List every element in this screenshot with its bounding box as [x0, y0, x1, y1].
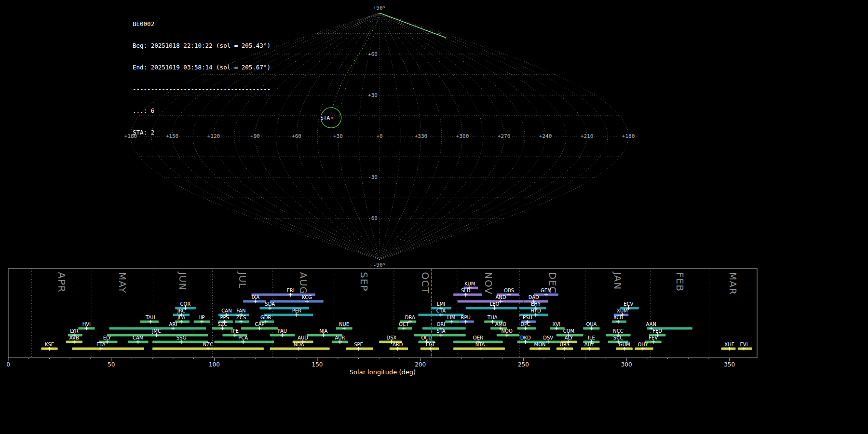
shower-peak-marker — [499, 299, 502, 303]
shower-label-URS: URS — [560, 342, 570, 347]
shower-peak-marker — [239, 320, 243, 324]
shower-peak-marker — [322, 333, 326, 337]
shower-peak-marker — [538, 347, 542, 351]
shower-label-JMC: JMC — [151, 328, 161, 334]
shower-label-PCA: PCA — [238, 335, 248, 340]
shower-peak-marker — [105, 340, 109, 344]
month-label: OCT — [420, 272, 431, 294]
shower-label-CTA: CTA — [436, 308, 446, 313]
shower-peak-marker — [136, 340, 140, 344]
shower-bar-SLD — [453, 294, 482, 296]
shower-peak-marker — [402, 326, 406, 330]
shower-peak-marker — [206, 347, 210, 351]
shower-label-GUM: GUM — [619, 342, 630, 347]
shower-peak-marker — [338, 340, 342, 344]
shower-label-XCB: XCB — [613, 315, 623, 320]
shower-peak-marker — [524, 340, 528, 344]
shower-label-OER: OER — [473, 335, 483, 340]
sky-lon-label: +240 — [539, 133, 552, 139]
sky-grid-meridian — [338, 13, 380, 259]
sky-lat-label: -60 — [368, 215, 378, 221]
shower-peak-marker — [149, 320, 152, 324]
shower-label-CAP: CAP — [255, 322, 264, 327]
shower-label-MON: MON — [534, 342, 546, 347]
shower-peak-marker — [439, 313, 443, 317]
sky-grid-meridian — [380, 13, 608, 259]
shower-label-NCC: NCC — [613, 328, 623, 334]
shower-label-IXA: IXA — [251, 295, 259, 300]
shower-label-NOO: NOO — [502, 328, 513, 334]
shower-peak-marker — [297, 347, 301, 351]
shower-peak-marker — [295, 313, 298, 317]
shower-label-HYD: HYD — [530, 308, 541, 313]
shower-label-ZCS: ZCS — [236, 315, 246, 320]
shower-label-COR: COR — [180, 301, 191, 307]
shower-peak-marker — [478, 347, 482, 351]
radiant-plot-window: +90°-90°+60+30-30-60+180+150+120+90+60+3… — [0, 0, 868, 434]
shower-label-QUA: QUA — [586, 322, 597, 327]
shower-peak-marker — [155, 333, 159, 337]
shower-peak-marker — [555, 326, 558, 330]
shower-peak-marker — [563, 347, 567, 351]
shower-label-ALY: ALY — [565, 335, 573, 340]
shower-label-SLD: SLD — [461, 288, 471, 293]
shower-label-XVI: XVI — [552, 322, 560, 327]
shower-peak-marker — [357, 347, 361, 351]
sky-grid-meridian — [380, 13, 504, 259]
shower-peak-marker — [589, 326, 593, 330]
month-label: FEB — [674, 272, 686, 292]
sky-lon-label: +0 — [376, 133, 382, 139]
month-label: NOV — [483, 272, 494, 295]
shower-label-ARD: ARD — [393, 342, 403, 347]
shower-peak-marker — [524, 326, 528, 330]
shower-label-GEM: GEM — [541, 288, 552, 293]
sky-lon-label: +180 — [622, 133, 635, 139]
shower-label-ETA: ETA — [96, 342, 106, 347]
shower-peak-marker — [254, 299, 258, 303]
shower-label-EHY: EHY — [531, 301, 541, 307]
shower-bar-KCG — [270, 300, 324, 303]
shower-label-ERI: ERI — [286, 288, 294, 293]
sky-lon-label: +300 — [456, 133, 469, 139]
month-label: MAR — [727, 272, 739, 295]
shower-peak-marker — [241, 340, 245, 344]
shower-peak-marker — [728, 347, 732, 351]
shower-label-AHY: AHY — [584, 342, 595, 347]
shower-label-COM: COM — [563, 328, 574, 334]
shower-label-LEO: LEO — [490, 301, 500, 307]
shower-label-DAD: DAD — [529, 295, 539, 300]
shower-label-PSU: PSU — [523, 315, 532, 320]
month-label: JAN — [612, 271, 624, 290]
shower-label-PAU: PAU — [278, 328, 287, 334]
month-label: SEP — [358, 272, 370, 291]
shower-label-OBS: OBS — [504, 288, 514, 293]
shower-label-HVI: HVI — [82, 322, 91, 327]
axis-tick-label: 300 — [621, 361, 632, 368]
shower-peak-marker — [616, 320, 620, 324]
shower-peak-marker — [429, 347, 433, 351]
sky-pole-label: -90° — [373, 262, 386, 268]
shower-peak-marker — [48, 347, 52, 351]
sky-lat-label: +60 — [368, 51, 378, 57]
shower-peak-marker — [268, 306, 272, 310]
sky-lon-label: +60 — [292, 133, 301, 139]
shower-peak-marker — [396, 347, 400, 351]
month-label: AUG — [298, 272, 309, 295]
shower-peak-marker — [280, 333, 284, 337]
radiant-drift-trail — [331, 14, 379, 114]
shower-label-EVI: EVI — [740, 342, 748, 347]
month-label: APR — [56, 272, 68, 293]
shower-peak-marker — [493, 306, 497, 310]
shower-label-ARI: ARI — [169, 322, 177, 327]
station-id: BE0002 — [133, 20, 271, 27]
shower-peak-marker — [587, 347, 591, 351]
shower-label-NUE: NUE — [339, 322, 349, 327]
shower-label-SCC: SCC — [613, 335, 623, 340]
shower-peak-marker — [439, 333, 443, 337]
shower-label-OHY: OHY — [637, 342, 648, 347]
shower-label-SDA: SDA — [265, 301, 275, 307]
shower-peak-marker — [72, 340, 76, 344]
shower-peak-marker — [233, 333, 237, 337]
shower-label-AMO: AMO — [495, 322, 506, 327]
shower-peak-marker — [305, 299, 309, 303]
